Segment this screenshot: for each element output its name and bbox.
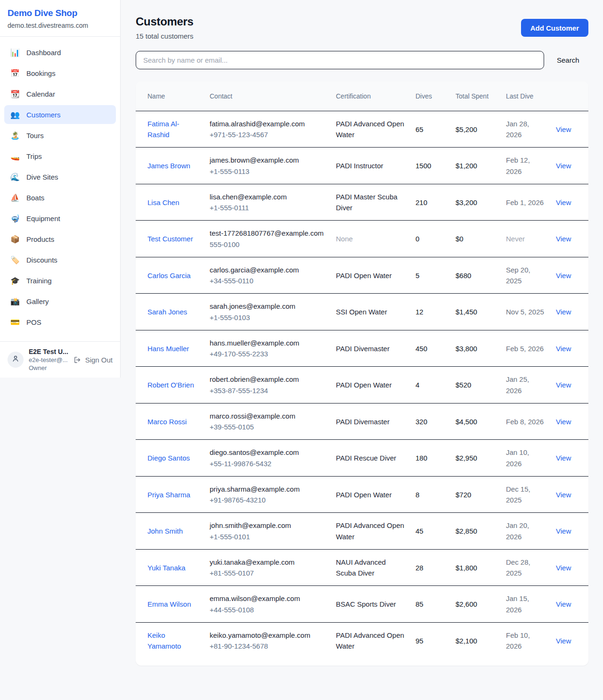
customer-certification: PADI Instructor (336, 162, 383, 170)
customer-name-link[interactable]: Lisa Chen (147, 198, 179, 206)
customer-name-link[interactable]: Priya Sharma (147, 491, 190, 499)
sidebar-item-trips[interactable]: 🚤 Trips (4, 147, 116, 165)
view-customer-link[interactable]: View (556, 381, 571, 389)
view-customer-link[interactable]: View (556, 637, 571, 645)
customer-dives: 1500 (416, 162, 431, 170)
sidebar-item-training[interactable]: 🎓 Training (4, 271, 116, 290)
sidebar-item-dashboard[interactable]: 📊 Dashboard (4, 43, 116, 62)
customer-total-spent: $1,450 (456, 308, 477, 316)
customer-name-link[interactable]: Carlos Garcia (147, 272, 191, 280)
customer-name-link[interactable]: Sarah Jones (147, 308, 187, 316)
view-customer-link[interactable]: View (556, 418, 571, 426)
boats-icon: ⛵ (10, 193, 20, 202)
customer-name-link[interactable]: Diego Santos (147, 454, 190, 462)
customer-total-spent: $2,850 (456, 527, 477, 535)
customer-email: marco.rossi@example.com (210, 411, 325, 421)
pos-icon: 💳 (10, 318, 20, 327)
table-row: Marco Rossi marco.rossi@example.com +39-… (136, 403, 588, 440)
customer-last-dive: Jan 15, 2026 (506, 594, 529, 613)
customer-last-dive: Sep 20, 2025 (506, 266, 530, 285)
view-customer-link[interactable]: View (556, 198, 571, 206)
table-row: James Brown james.brown@example.com +1-5… (136, 148, 588, 184)
shop-name: Demo Dive Shop (8, 8, 113, 18)
customer-certification: PADI Divemaster (336, 345, 390, 353)
customer-email: yuki.tanaka@example.com (210, 557, 325, 568)
customer-name-link[interactable]: Emma Wilson (147, 600, 191, 608)
sidebar-item-pos[interactable]: 💳 POS (4, 313, 116, 331)
customer-certification: PADI Divemaster (336, 418, 390, 426)
customer-phone: +1-555-0111 (210, 202, 325, 213)
customer-name-link[interactable]: Marco Rossi (147, 418, 187, 426)
view-customer-link[interactable]: View (556, 162, 571, 170)
customer-name-link[interactable]: Yuki Tanaka (147, 564, 186, 572)
customer-certification: PADI Advanced Open Water (336, 120, 404, 139)
customer-last-dive: Jan 20, 2026 (506, 521, 529, 540)
sidebar-item-customers[interactable]: 👥 Customers (4, 105, 116, 124)
customer-name-link[interactable]: James Brown (147, 162, 190, 170)
customer-email: robert.obrien@example.com (210, 374, 325, 385)
user-email: e2e-tester@... (29, 356, 68, 363)
sidebar-item-calendar[interactable]: 📆 Calendar (4, 84, 116, 103)
customer-certification: PADI Advanced Open Water (336, 631, 404, 650)
sidebar-item-label: Trips (26, 152, 42, 160)
customer-dives: 0 (416, 235, 419, 243)
customers-icon: 👥 (10, 110, 20, 119)
sign-out-button[interactable]: Sign Out (73, 356, 113, 364)
view-customer-link[interactable]: View (556, 454, 571, 462)
sidebar: Demo Dive Shop demo.test.divestreams.com… (0, 0, 121, 378)
customer-name-link[interactable]: Hans Mueller (147, 345, 189, 353)
view-customer-link[interactable]: View (556, 491, 571, 499)
customer-dives: 210 (416, 198, 427, 206)
sidebar-user-footer: E2E Test U... e2e-tester@... Owner Sign … (0, 341, 120, 378)
customer-last-dive: Jan 25, 2026 (506, 375, 529, 394)
column-header-name: Name (136, 82, 204, 111)
add-customer-button[interactable]: Add Customer (521, 19, 588, 37)
table-row: Robert O'Brien robert.obrien@example.com… (136, 367, 588, 404)
sidebar-item-label: Equipment (26, 214, 60, 222)
customer-name-link[interactable]: Test Customer (147, 235, 193, 243)
view-customer-link[interactable]: View (556, 308, 571, 316)
sidebar-item-equipment[interactable]: 🤿 Equipment (4, 209, 116, 228)
customer-email: hans.mueller@example.com (210, 338, 325, 348)
customer-email: james.brown@example.com (210, 155, 325, 165)
view-customer-link[interactable]: View (556, 272, 571, 280)
table-row: Sarah Jones sarah.jones@example.com +1-5… (136, 294, 588, 330)
customers-table: Name Contact Certification Dives Total S… (136, 82, 588, 666)
sidebar-item-label: Bookings (26, 69, 56, 77)
customer-certification: None (336, 235, 353, 243)
customer-name-link[interactable]: Robert O'Brien (147, 381, 194, 389)
view-customer-link[interactable]: View (556, 125, 571, 133)
view-customer-link[interactable]: View (556, 600, 571, 608)
sidebar-item-label: Customers (26, 111, 61, 119)
customer-name-link[interactable]: Fatima Al-Rashid (147, 120, 179, 139)
sidebar-item-dive-sites[interactable]: 🌊 Dive Sites (4, 167, 116, 186)
sidebar-item-bookings[interactable]: 📅 Bookings (4, 64, 116, 82)
view-customer-link[interactable]: View (556, 235, 571, 243)
dive-sites-icon: 🌊 (10, 173, 20, 181)
view-customer-link[interactable]: View (556, 345, 571, 353)
sidebar-item-discounts[interactable]: 🏷️ Discounts (4, 250, 116, 269)
user-info: E2E Test U... e2e-tester@... Owner (29, 348, 68, 371)
search-button[interactable]: Search (557, 56, 579, 64)
sidebar-item-label: Dashboard (26, 49, 61, 57)
customer-last-dive: Dec 28, 2025 (506, 558, 530, 577)
sidebar-item-gallery[interactable]: 📸 Gallery (4, 292, 116, 311)
sidebar-item-label: Dive Sites (26, 173, 58, 181)
person-icon (11, 354, 20, 365)
table-row: Yuki Tanaka yuki.tanaka@example.com +81-… (136, 549, 588, 586)
trips-icon: 🚤 (10, 152, 20, 161)
sidebar-item-boats[interactable]: ⛵ Boats (4, 188, 116, 207)
gallery-icon: 📸 (10, 297, 20, 306)
main-content: Customers 15 total customers Add Custome… (121, 0, 603, 680)
customer-name-link[interactable]: Keiko Yamamoto (147, 631, 181, 650)
sidebar-item-label: Tours (26, 132, 44, 140)
view-customer-link[interactable]: View (556, 564, 571, 572)
sidebar-item-tours[interactable]: 🏝️ Tours (4, 126, 116, 145)
sidebar-item-products[interactable]: 📦 Products (4, 230, 116, 248)
customer-email: keiko.yamamoto@example.com (210, 630, 325, 641)
search-input[interactable] (136, 51, 544, 69)
customer-certification: PADI Rescue Diver (336, 454, 396, 462)
view-customer-link[interactable]: View (556, 527, 571, 535)
customer-name-link[interactable]: John Smith (147, 527, 183, 535)
customer-total-spent: $1,200 (456, 162, 477, 170)
